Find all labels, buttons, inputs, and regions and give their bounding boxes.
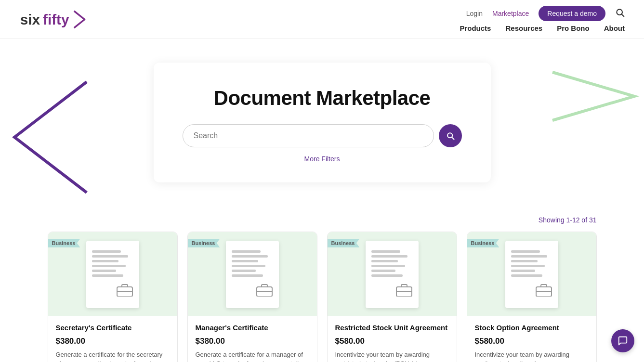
chat-bubble[interactable] (611, 329, 634, 352)
results-count: Showing 1-12 of 31 (48, 216, 597, 224)
svg-line-3 (622, 14, 624, 16)
nav-top-row: Login Marketplace Request a demo (466, 6, 625, 21)
more-filters-link[interactable]: More Filters (304, 155, 340, 163)
card-image: Business (188, 232, 317, 316)
card-price: $580.00 (475, 336, 589, 346)
briefcase-icon (256, 282, 273, 298)
nav-right: Login Marketplace Request a demo Product… (460, 6, 625, 32)
card-description: Generate a certificate for the secretary… (56, 350, 170, 362)
svg-text:fifty: fifty (43, 11, 69, 27)
card-image: Business (467, 232, 596, 316)
search-card: Document Marketplace More Filters (154, 63, 491, 182)
doc-preview (226, 241, 279, 308)
hero-section: Document Marketplace More Filters (0, 39, 644, 211)
page-title: Document Marketplace (183, 87, 462, 110)
results-area: Showing 1-12 of 31 Business Secretary's (38, 211, 606, 362)
doc-preview (86, 241, 139, 308)
nav-about-link[interactable]: About (604, 24, 625, 32)
doc-preview (366, 241, 419, 308)
card-title: Stock Option Agreement (475, 323, 589, 333)
card-description: Incentivize your team by awarding vestin… (475, 350, 589, 362)
card-price: $380.00 (56, 336, 170, 346)
card-badge: Business (328, 239, 360, 247)
logo[interactable]: six fifty (19, 7, 87, 31)
product-card[interactable]: Business Manager's Certificate $380.00 G… (187, 232, 317, 362)
card-description: Incentivize your team by awarding restri… (335, 350, 449, 362)
doc-lines (92, 250, 128, 277)
card-badge: Business (48, 239, 80, 247)
briefcase-icon (395, 282, 413, 298)
more-filters-row: More Filters (183, 147, 462, 163)
svg-text:six: six (20, 11, 40, 27)
search-button-icon (446, 131, 455, 141)
card-badge: Business (188, 239, 220, 247)
nav-search-icon[interactable] (615, 8, 625, 20)
doc-lines (232, 250, 268, 277)
card-badge: Business (467, 239, 499, 247)
navigation: six fifty Login Marketplace Request a de… (0, 0, 644, 39)
nav-bottom-row: Products Resources Pro Bono About (460, 24, 625, 32)
product-card[interactable]: Business Restricted Stock Unit Agreement… (327, 232, 457, 362)
card-body: Secretary's Certificate $380.00 Generate… (48, 316, 177, 362)
doc-preview (505, 241, 558, 308)
right-decoration (548, 67, 644, 125)
card-body: Manager's Certificate $380.00 Generate a… (188, 316, 317, 362)
card-title: Manager's Certificate (196, 323, 309, 333)
card-image: Business (328, 232, 457, 316)
logo-svg: six fifty (19, 7, 87, 31)
doc-lines (511, 250, 547, 277)
card-price: $380.00 (196, 336, 309, 346)
marketplace-link[interactable]: Marketplace (492, 10, 529, 17)
product-card[interactable]: Business Secretary's Certificate $380.00… (48, 232, 178, 362)
login-link[interactable]: Login (466, 10, 483, 17)
search-row (183, 124, 462, 147)
card-title: Secretary's Certificate (56, 323, 170, 333)
briefcase-icon (535, 282, 552, 298)
doc-lines (371, 250, 407, 277)
cards-grid: Business Secretary's Certificate $380.00… (48, 232, 597, 362)
left-decoration (0, 77, 96, 197)
nav-products-link[interactable]: Products (460, 24, 491, 32)
card-description: Generate a certificate for a manager of … (196, 350, 309, 362)
chat-icon (618, 336, 628, 346)
card-body: Restricted Stock Unit Agreement $580.00 … (328, 316, 457, 362)
card-image: Business (48, 232, 177, 316)
card-title: Restricted Stock Unit Agreement (335, 323, 449, 333)
nav-resources-link[interactable]: Resources (505, 24, 542, 32)
search-button[interactable] (439, 124, 462, 147)
card-price: $580.00 (335, 336, 449, 346)
hero-content: Document Marketplace More Filters (144, 39, 500, 211)
search-input[interactable] (183, 124, 434, 147)
card-body: Stock Option Agreement $580.00 Incentivi… (467, 316, 596, 362)
request-demo-button[interactable]: Request a demo (539, 6, 605, 21)
briefcase-icon (116, 282, 133, 298)
product-card[interactable]: Business Stock Option Agreement $580.00 … (467, 232, 597, 362)
nav-pro-bono-link[interactable]: Pro Bono (557, 24, 590, 32)
